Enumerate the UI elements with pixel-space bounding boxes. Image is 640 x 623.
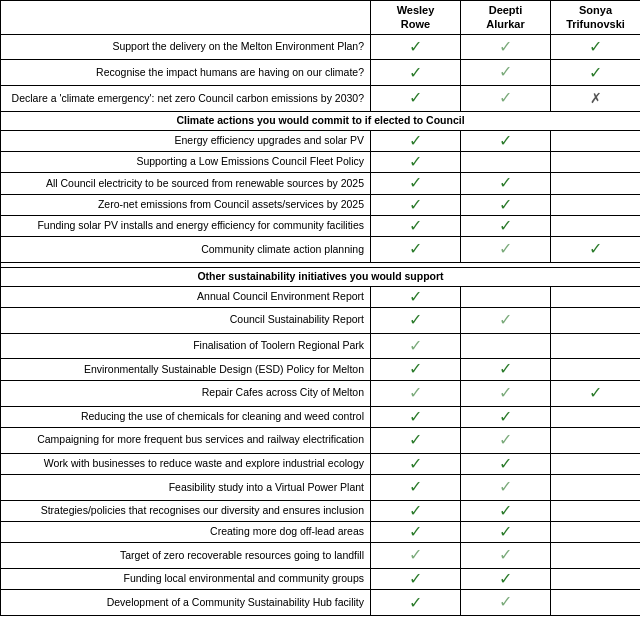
check-mark: ✓ [409,217,422,234]
main-table: WesleyRowe DeeptiAlurkar SonyaTrifunovsk… [0,0,640,616]
check-mark: ✓ [409,594,422,611]
row-cell-col3: ✓ [551,60,641,86]
row-cell-col3 [551,359,641,380]
check-mark: ✓ [409,89,422,106]
row-cell-col2: ✓ [461,500,551,521]
row-cell-col2: ✓ [461,307,551,333]
row-label: Council Sustainability Report [1,307,371,333]
row-label: Funding local environmental and communit… [1,569,371,590]
row-label: Supporting a Low Emissions Council Fleet… [1,151,371,172]
row-cell-col3 [551,427,641,453]
row-cell-col1: ✓ [371,380,461,406]
check-mark: ✓ [499,360,512,377]
table-row: Strategies/policies that recognises our … [1,500,641,521]
row-cell-col3 [551,500,641,521]
row-cell-col1: ✓ [371,406,461,427]
row-cell-col1: ✓ [371,453,461,474]
check-mark: ✓ [409,38,422,55]
row-cell-col2: ✓ [461,474,551,500]
row-cell-col3 [551,590,641,616]
table-row: Energy efficiency upgrades and solar PV✓… [1,130,641,151]
row-cell-col1: ✓ [371,173,461,194]
check-mark: ✓ [409,174,422,191]
table-row: Support the delivery on the Melton Envir… [1,34,641,60]
table-row: Community climate action planning✓✓✓ [1,237,641,263]
check-mark: ✓ [589,240,602,257]
check-mark-light: ✓ [499,63,512,80]
table-row: Work with businesses to reduce waste and… [1,453,641,474]
row-cell-col3 [551,130,641,151]
table-row: Feasibility study into a Virtual Power P… [1,474,641,500]
check-mark: ✓ [409,288,422,305]
row-cell-col2: ✓ [461,237,551,263]
check-mark: ✓ [499,570,512,587]
row-label: Energy efficiency upgrades and solar PV [1,130,371,151]
row-label: All Council electricity to be sourced fr… [1,173,371,194]
check-mark: ✓ [409,478,422,495]
table-row: Zero-net emissions from Council assets/s… [1,194,641,215]
row-cell-col1: ✓ [371,34,461,60]
check-mark-light: ✓ [499,38,512,55]
check-mark: ✓ [589,384,602,401]
table-row: Recognise the impact humans are having o… [1,60,641,86]
row-cell-col1: ✓ [371,60,461,86]
check-mark: ✓ [409,360,422,377]
row-cell-col1: ✓ [371,569,461,590]
check-mark: ✓ [409,311,422,328]
row-cell-col2 [461,151,551,172]
row-cell-col3 [551,333,641,359]
row-label: Zero-net emissions from Council assets/s… [1,194,371,215]
table-row: All Council electricity to be sourced fr… [1,173,641,194]
row-cell-col3 [551,194,641,215]
check-mark: ✓ [589,38,602,55]
row-cell-col3 [551,453,641,474]
check-mark-light: ✓ [499,89,512,106]
table-row: Supporting a Low Emissions Council Fleet… [1,151,641,172]
col3-header: SonyaTrifunovski [551,1,641,35]
table-row: Reducing the use of chemicals for cleani… [1,406,641,427]
row-label: Recognise the impact humans are having o… [1,60,371,86]
table-row: Development of a Community Sustainabilit… [1,590,641,616]
row-cell-col2: ✓ [461,543,551,569]
row-cell-col3 [551,569,641,590]
row-cell-col1: ✓ [371,86,461,112]
row-label: Feasibility study into a Virtual Power P… [1,474,371,500]
check-mark-light: ✓ [499,240,512,257]
row-cell-col2: ✓ [461,86,551,112]
row-cell-col3 [551,215,641,236]
table-row: Annual Council Environment Report✓ [1,286,641,307]
row-cell-col2: ✓ [461,359,551,380]
row-cell-col2: ✓ [461,590,551,616]
row-label: Support the delivery on the Melton Envir… [1,34,371,60]
check-mark: ✓ [499,455,512,472]
row-cell-col3 [551,474,641,500]
row-cell-col1: ✓ [371,522,461,543]
check-mark-light: ✓ [499,478,512,495]
table-row: Repair Cafes across City of Melton✓✓✓ [1,380,641,406]
row-cell-col3 [551,406,641,427]
table-row: Finalisation of Toolern Regional Park✓ [1,333,641,359]
row-label: Finalisation of Toolern Regional Park [1,333,371,359]
row-cell-col3: ✓ [551,380,641,406]
row-label: Creating more dog off-lead areas [1,522,371,543]
row-cell-col1: ✓ [371,130,461,151]
row-cell-col2: ✓ [461,34,551,60]
row-cell-col1: ✓ [371,151,461,172]
row-cell-col2 [461,286,551,307]
check-mark: ✓ [409,153,422,170]
row-cell-col2: ✓ [461,569,551,590]
row-cell-col1: ✓ [371,215,461,236]
check-mark: ✓ [499,502,512,519]
check-mark: ✓ [499,132,512,149]
row-cell-col1: ✓ [371,286,461,307]
table-row: Funding solar PV installs and energy eff… [1,215,641,236]
row-cell-col1: ✓ [371,543,461,569]
col-label-header [1,1,371,35]
row-cell-col2: ✓ [461,194,551,215]
check-mark: ✓ [499,217,512,234]
row-label: Reducing the use of chemicals for cleani… [1,406,371,427]
table-row: Funding local environmental and communit… [1,569,641,590]
row-label: Target of zero recoverable resources goi… [1,543,371,569]
row-cell-col3: ✓ [551,237,641,263]
check-mark: ✓ [409,523,422,540]
